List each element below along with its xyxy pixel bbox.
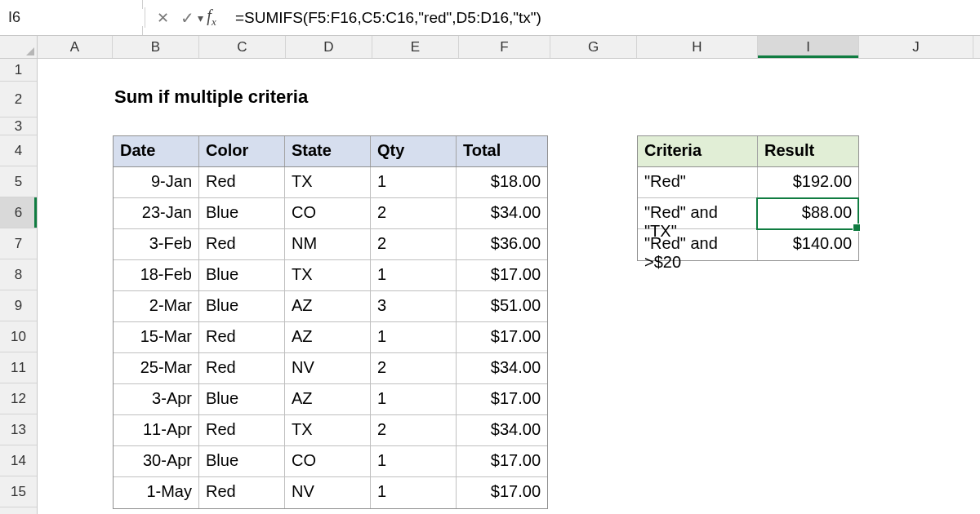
cell-date: 18-Feb	[114, 260, 199, 290]
table-row[interactable]: 3-Feb Red NM 2 $36.00	[114, 229, 547, 260]
row-header-12[interactable]: 12	[0, 383, 37, 414]
table-row[interactable]: 9-Jan Red TX 1 $18.00	[114, 167, 547, 198]
cell-date: 30-Apr	[114, 446, 199, 476]
cell-result: $192.00	[758, 167, 858, 197]
cell-state: CO	[285, 198, 371, 228]
cell-qty: 1	[371, 167, 457, 197]
table-row[interactable]: 15-Mar Red AZ 1 $17.00	[114, 322, 547, 353]
cell-color: Red	[199, 415, 285, 445]
cell-date: 3-Apr	[114, 384, 199, 414]
row-header-9[interactable]: 9	[0, 290, 37, 321]
col-header-F[interactable]: F	[459, 36, 550, 58]
col-header-E[interactable]: E	[372, 36, 459, 58]
name-box-wrap: ▾	[0, 0, 143, 35]
cell-color: Blue	[199, 384, 285, 414]
cell-criteria: "Red" and >$20	[638, 229, 758, 260]
cell-state: NM	[285, 229, 371, 259]
table-row[interactable]: 11-Apr Red TX 2 $34.00	[114, 415, 547, 446]
cell-total: $17.00	[457, 446, 547, 476]
table-row[interactable]: 2-Mar Blue AZ 3 $51.00	[114, 291, 547, 322]
cell-total: $34.00	[457, 415, 547, 445]
worksheet-grid: 1 2 3 4 5 6 7 8 9 10 11 12 13 14 15 Sum …	[0, 59, 980, 514]
table-row[interactable]: 30-Apr Blue CO 1 $17.00	[114, 446, 547, 477]
col-header-result: Result	[758, 136, 858, 166]
cell-result: $88.00	[758, 198, 858, 228]
page-title: Sum if multiple criteria	[114, 86, 308, 108]
cell-color: Red	[199, 353, 285, 383]
cells-area[interactable]: Sum if multiple criteria Date Color Stat…	[38, 59, 980, 514]
insert-function-button[interactable]: fx	[201, 0, 222, 35]
row-header-15[interactable]: 15	[0, 476, 37, 507]
col-header-J[interactable]: J	[859, 36, 973, 58]
table-row[interactable]: "Red" and >$20 $140.00	[638, 229, 858, 260]
result-header-row: Criteria Result	[638, 136, 858, 167]
table-row[interactable]: 18-Feb Blue TX 1 $17.00	[114, 260, 547, 291]
cell-date: 23-Jan	[114, 198, 199, 228]
cell-color: Blue	[199, 446, 285, 476]
cell-qty: 2	[371, 353, 457, 383]
col-header-A[interactable]: A	[38, 36, 113, 58]
cell-color: Red	[199, 229, 285, 259]
col-header-date: Date	[114, 136, 199, 166]
col-header-H[interactable]: H	[637, 36, 758, 58]
cell-state: TX	[285, 260, 371, 290]
row-header-6[interactable]: 6	[0, 197, 37, 228]
cell-total: $34.00	[457, 353, 547, 383]
row-header-1[interactable]: 1	[0, 59, 37, 82]
col-header-G[interactable]: G	[550, 36, 637, 58]
row-header-4[interactable]: 4	[0, 135, 37, 166]
table-row[interactable]: 23-Jan Blue CO 2 $34.00	[114, 198, 547, 229]
table-row[interactable]: 25-Mar Red NV 2 $34.00	[114, 353, 547, 384]
col-header-I[interactable]: I	[758, 36, 859, 58]
divider	[145, 7, 145, 29]
row-headers: 1 2 3 4 5 6 7 8 9 10 11 12 13 14 15	[0, 59, 38, 514]
cell-date: 15-Mar	[114, 322, 199, 352]
cancel-formula-button[interactable]: ✕	[152, 0, 173, 35]
cell-color: Red	[199, 322, 285, 352]
cell-state: TX	[285, 415, 371, 445]
cell-state: AZ	[285, 384, 371, 414]
col-header-C[interactable]: C	[199, 36, 286, 58]
table-row[interactable]: "Red" $192.00	[638, 167, 858, 198]
cell-qty: 1	[371, 477, 457, 508]
cell-qty: 1	[371, 384, 457, 414]
cell-criteria: "Red"	[638, 167, 758, 197]
row-header-8[interactable]: 8	[0, 259, 37, 290]
cell-color: Blue	[199, 198, 285, 228]
row-header-10[interactable]: 10	[0, 321, 37, 352]
row-header-7[interactable]: 7	[0, 228, 37, 259]
cell-result: $140.00	[758, 229, 858, 260]
col-header-B[interactable]: B	[113, 36, 199, 58]
select-all-corner[interactable]	[0, 36, 38, 58]
table-row[interactable]: "Red" and "TX" $88.00	[638, 198, 858, 229]
cell-qty: 1	[371, 446, 457, 476]
cell-total: $36.00	[457, 229, 547, 259]
cell-criteria: "Red" and "TX"	[638, 198, 758, 228]
row-header-5[interactable]: 5	[0, 166, 37, 197]
accept-formula-button[interactable]: ✓	[176, 0, 198, 35]
row-header-11[interactable]: 11	[0, 352, 37, 383]
row-header-3[interactable]: 3	[0, 117, 37, 135]
row-header-14[interactable]: 14	[0, 445, 37, 476]
fx-icon: fx	[207, 7, 216, 29]
cell-qty: 1	[371, 260, 457, 290]
row-header-13[interactable]: 13	[0, 414, 37, 445]
cell-state: NV	[285, 353, 371, 383]
cell-qty: 3	[371, 291, 457, 321]
data-table: Date Color State Qty Total 9-Jan Red TX …	[113, 135, 548, 509]
cell-total: $18.00	[457, 167, 547, 197]
cell-color: Blue	[199, 291, 285, 321]
cell-total: $17.00	[457, 322, 547, 352]
cell-qty: 2	[371, 415, 457, 445]
row-header-2[interactable]: 2	[0, 82, 37, 117]
table-header-row: Date Color State Qty Total	[114, 136, 547, 167]
cell-qty: 1	[371, 322, 457, 352]
cell-date: 9-Jan	[114, 167, 199, 197]
table-row[interactable]: 3-Apr Blue AZ 1 $17.00	[114, 384, 547, 415]
col-header-criteria: Criteria	[638, 136, 758, 166]
formula-input[interactable]	[227, 0, 980, 35]
table-row[interactable]: 1-May Red NV 1 $17.00	[114, 477, 547, 508]
col-header-D[interactable]: D	[286, 36, 372, 58]
cell-date: 2-Mar	[114, 291, 199, 321]
cell-date: 11-Apr	[114, 415, 199, 445]
